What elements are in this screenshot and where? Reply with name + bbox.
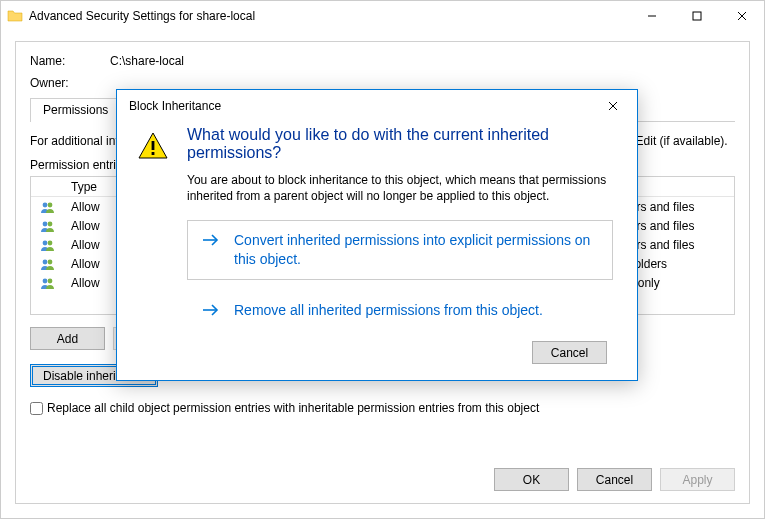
popup-titlebar: Block Inheritance	[117, 90, 637, 122]
block-inheritance-dialog: Block Inheritance What would you	[116, 89, 638, 381]
popup-title: Block Inheritance	[129, 99, 597, 113]
popup-close-button[interactable]	[597, 90, 629, 122]
popup-question: What would you like to do with the curre…	[187, 126, 613, 162]
svg-rect-16	[152, 141, 155, 150]
option-remove[interactable]: Remove all inherited permissions from th…	[187, 290, 613, 331]
option-convert[interactable]: Convert inherited permissions into expli…	[187, 220, 613, 280]
modal-overlay: Block Inheritance What would you	[1, 1, 764, 518]
arrow-right-icon	[202, 303, 220, 317]
advanced-security-window: Advanced Security Settings for share-loc…	[0, 0, 765, 519]
warning-icon	[137, 130, 169, 364]
option-remove-text: Remove all inherited permissions from th…	[234, 301, 543, 320]
option-convert-text: Convert inherited permissions into expli…	[234, 231, 598, 269]
popup-description: You are about to block inheritance to th…	[187, 172, 613, 204]
arrow-right-icon	[202, 233, 220, 247]
popup-cancel-button[interactable]: Cancel	[532, 341, 607, 364]
svg-rect-17	[152, 152, 155, 155]
